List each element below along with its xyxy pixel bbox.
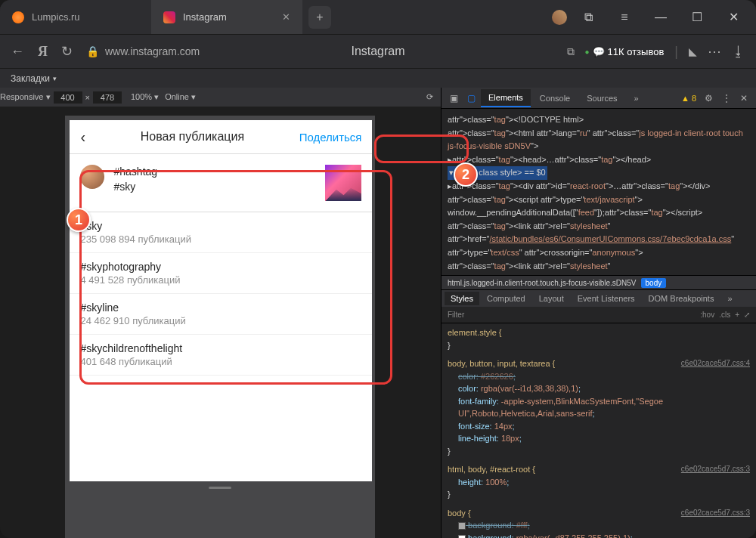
- tab-elements[interactable]: Elements: [481, 89, 531, 107]
- tab-styles[interactable]: Styles: [445, 292, 479, 305]
- tab-instagram[interactable]: Instagram ✕: [151, 0, 302, 34]
- styles-tabs: Styles Computed Layout Event Listeners D…: [442, 290, 756, 307]
- filter-label[interactable]: Filter: [448, 311, 464, 319]
- address-bar: ← Я ↻ 🔒 www.instagram.com Instagram ⧉ 💬 …: [0, 34, 756, 68]
- devtools-tabs: ▣ ▢ Elements Console Sources » ▲ 8 ⚙ ⋮ ✕: [442, 88, 756, 109]
- tab-more[interactable]: »: [627, 90, 646, 107]
- close-button[interactable]: ✕: [718, 6, 748, 29]
- copy-icon[interactable]: ⧉: [567, 45, 575, 58]
- device-preview: ‹ Новая публикация Поделиться #hashtag #…: [0, 107, 441, 538]
- hashtag-suggestions: #sky 235 098 894 публикаций #skyphotogra…: [70, 212, 372, 376]
- warning-badge[interactable]: ▲ 8: [681, 94, 699, 103]
- caption-row: #hashtag #sky: [70, 154, 372, 212]
- more-icon[interactable]: ⋮: [718, 93, 735, 104]
- crumb-body[interactable]: body: [641, 278, 667, 288]
- suggestion-item[interactable]: #skyline 24 462 910 публикаций: [70, 294, 372, 335]
- suggestion-tag: #skychildrenofthelight: [80, 342, 361, 354]
- bookmarks-bar[interactable]: Закладки ▾: [0, 68, 756, 88]
- dimension-separator: ×: [85, 93, 90, 102]
- suggestion-count: 401 648 публикаций: [80, 356, 361, 367]
- download-icon[interactable]: ⭳: [732, 44, 745, 60]
- breadcrumb[interactable]: html.js.logged-in.client-root.touch.js-f…: [442, 275, 756, 290]
- tab-label: Lumpics.ru: [32, 11, 80, 23]
- step-badge-1: 1: [67, 208, 91, 232]
- suggestion-item[interactable]: #skyphotography 4 491 528 публикаций: [70, 253, 372, 294]
- chevron-down-icon: ▾: [53, 75, 57, 82]
- tab-console[interactable]: Console: [532, 90, 578, 107]
- device-toolbar: Responsive ▾ × 100% ▾ Online ▾ ⟳: [0, 88, 441, 107]
- cls-toggle[interactable]: .cls: [719, 311, 730, 319]
- device-toggle-icon[interactable]: ▢: [463, 93, 479, 104]
- minimize-button[interactable]: —: [646, 6, 676, 29]
- lock-icon: 🔒: [86, 45, 99, 57]
- step-badge-2: 2: [454, 162, 478, 187]
- suggestion-tag: #skyline: [80, 301, 361, 314]
- post-thumbnail[interactable]: [325, 165, 361, 201]
- device-mode-select[interactable]: Responsive ▾: [0, 92, 51, 102]
- page-title: Instagram: [351, 45, 404, 58]
- user-avatar: [80, 165, 104, 189]
- dom-tree[interactable]: attr">class="tag"><!DOCTYPE html>attr">c…: [442, 109, 756, 275]
- network-select[interactable]: Online ▾: [165, 92, 196, 102]
- crumb-html[interactable]: html.js.logged-in.client-root.touch.js-f…: [448, 279, 637, 287]
- title-bar: Lumpics.ru Instagram ✕ + ⧉ ≡ — ☐ ✕: [0, 0, 756, 34]
- styles-pane[interactable]: element.style {}c6e02cace5d7.css:4body, …: [442, 323, 756, 538]
- url-box[interactable]: 🔒 www.instagram.com: [86, 45, 200, 57]
- maximize-button[interactable]: ☐: [682, 6, 712, 29]
- site-icon: [12, 11, 24, 23]
- hov-toggle[interactable]: :hov: [700, 311, 714, 319]
- tab-label: Instagram: [183, 11, 227, 23]
- tab-layout[interactable]: Layout: [533, 292, 570, 305]
- instagram-header-title: Новая публикация: [141, 130, 244, 144]
- rotate-icon[interactable]: ⟳: [426, 92, 441, 102]
- inspect-icon[interactable]: ▣: [446, 93, 462, 104]
- suggestion-item[interactable]: #skychildrenofthelight 401 648 публикаци…: [70, 335, 372, 376]
- suggestion-tag: #skyphotography: [80, 261, 361, 273]
- suggestion-count: 235 098 894 публикаций: [80, 233, 361, 245]
- resize-handle[interactable]: [70, 481, 370, 493]
- url-text: www.instagram.com: [105, 45, 200, 57]
- more-icon[interactable]: ⋯: [708, 43, 721, 60]
- suggestion-count: 24 462 910 публикаций: [80, 315, 361, 326]
- close-icon[interactable]: ✕: [282, 11, 290, 23]
- pin-icon[interactable]: ⤢: [744, 311, 750, 319]
- avatar[interactable]: [552, 10, 567, 25]
- reload-button[interactable]: ↻: [61, 43, 73, 60]
- device-width-input[interactable]: [54, 91, 82, 104]
- menu-icon[interactable]: ≡: [609, 6, 640, 29]
- share-button[interactable]: Поделиться: [299, 131, 362, 144]
- instagram-icon: [163, 11, 175, 23]
- styles-filter: Filter :hov .cls + ⤢: [442, 307, 756, 323]
- sidebar-icon[interactable]: ⧉: [573, 6, 603, 29]
- tab-more[interactable]: »: [721, 292, 738, 305]
- devtools-panel: ▣ ▢ Elements Console Sources » ▲ 8 ⚙ ⋮ ✕…: [441, 88, 756, 538]
- back-icon[interactable]: ‹: [80, 128, 85, 146]
- zoom-select[interactable]: 100% ▾: [131, 92, 159, 102]
- caption-input[interactable]: #hashtag #sky: [113, 165, 316, 201]
- new-tab-button[interactable]: +: [308, 6, 331, 29]
- suggestion-count: 4 491 528 публикаций: [80, 274, 361, 286]
- yandex-icon[interactable]: Я: [38, 44, 48, 60]
- add-rule-button[interactable]: +: [735, 311, 739, 319]
- tab-dom-breakpoints[interactable]: DOM Breakpoints: [643, 292, 720, 305]
- close-icon[interactable]: ✕: [736, 93, 751, 104]
- tab-lumpics[interactable]: Lumpics.ru: [0, 0, 151, 34]
- bookmarks-label: Закладки: [11, 73, 50, 84]
- tab-sources[interactable]: Sources: [579, 90, 624, 107]
- separator: |: [674, 44, 678, 60]
- bookmark-icon[interactable]: ◣: [689, 45, 697, 57]
- tab-computed[interactable]: Computed: [481, 292, 531, 305]
- tab-event-listeners[interactable]: Event Listeners: [572, 292, 641, 305]
- reviews-badge[interactable]: 💬 11К отзывов: [585, 46, 665, 57]
- device-height-input[interactable]: [93, 91, 122, 104]
- gear-icon[interactable]: ⚙: [701, 93, 717, 104]
- suggestion-tag: #sky: [80, 220, 361, 232]
- suggestion-item[interactable]: #sky 235 098 894 публикаций: [70, 212, 372, 253]
- back-button[interactable]: ←: [11, 44, 24, 60]
- instagram-header: ‹ Новая публикация Поделиться: [70, 120, 372, 154]
